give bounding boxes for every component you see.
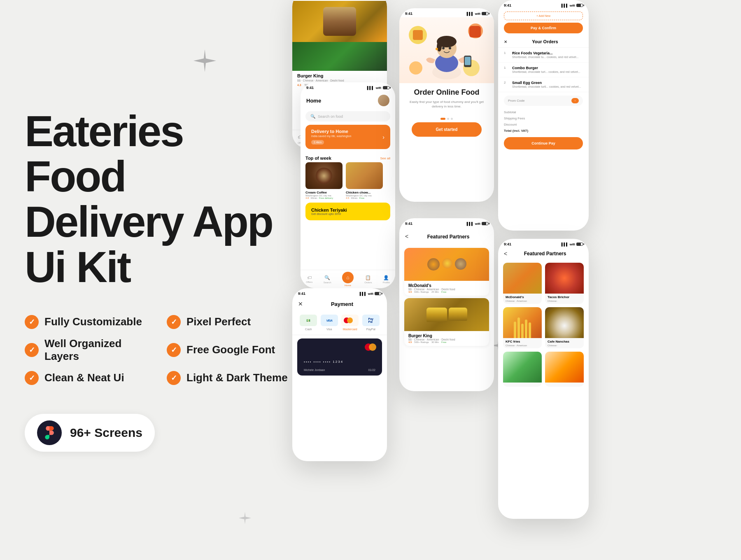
status-time-payment: 9:41 [298, 292, 305, 296]
order-details-2: Combo Burger Shortbread, chocolate turt.… [512, 66, 583, 74]
paypal-label: PayPal [366, 328, 375, 331]
rating-value: 4.3 [297, 84, 301, 86]
get-started-button[interactable]: Get started [412, 122, 482, 137]
fp-cafe-name: Cafe Nanchas [545, 338, 584, 344]
back-button-fp2[interactable]: < [504, 250, 507, 257]
offers-nav-icon: 🏷 [307, 275, 312, 280]
fp-kfc-meta: Chinese · American [503, 344, 542, 348]
bk-time: 30 Min [431, 341, 439, 343]
fp-card-cafe[interactable]: Cafe Nanchas Chinese · [545, 307, 584, 348]
food-card-noodles[interactable]: Chicken chow... Washington DC city ma 4.… [346, 162, 383, 199]
dot-1 [440, 118, 445, 120]
back-button-featured[interactable]: < [405, 233, 408, 240]
visa-method[interactable]: VISA Visa [321, 315, 338, 331]
featured-title: Featured Partners [408, 230, 488, 243]
delivery-banner-info: Delivery to Home India saved my life, wa… [311, 129, 351, 145]
add-new-button[interactable]: + Add New [504, 12, 583, 20]
svg-rect-5 [469, 26, 481, 37]
order-name-3: Small Egg Green [512, 81, 583, 85]
promo-code-input[interactable]: Prom Code › [504, 96, 583, 106]
delivery-illustration-svg [405, 19, 488, 82]
order-details-3: Small Egg Green Shortbread, chocolate tu… [512, 81, 583, 89]
promo-subtitle: Get discount upto 30%! [311, 212, 384, 215]
svg-rect-9 [465, 57, 471, 65]
mcdonalds-image [404, 248, 489, 281]
feature-label-1: Fully Customizable [44, 315, 142, 328]
fp-card-mcdonalds[interactable]: McDonald's Chinese · American [503, 263, 542, 304]
total-row: Total (incl. VAT) [498, 128, 589, 134]
screens-count: 96+ Screens [70, 426, 142, 440]
total-label: Total (incl. VAT) [504, 129, 528, 133]
promo-placeholder: Prom Code [508, 99, 571, 103]
status-bar-order: 9:41 ▌▌▌ wifi [399, 8, 494, 17]
fp-card-extra2[interactable] [545, 352, 584, 387]
svg-point-14 [449, 47, 451, 49]
feature-label-2: Pixel Perfect [186, 315, 251, 328]
mcdonalds-card[interactable]: McDonald's $$ · Chinese · American · Des… [404, 248, 489, 296]
promo-title: Chicken Teriyaki [311, 208, 384, 212]
card-holder-name: Michele Jordaan [304, 369, 325, 371]
phone-payment: 9:41 ▌▌▌ wifi ✕ Payment 💵 Cash VISA Visa [292, 288, 387, 461]
nav-profile-home[interactable]: 👤 Profile [383, 275, 390, 284]
tacos-fp-image [545, 263, 584, 294]
pay-confirm-button[interactable]: Pay & Confirm [504, 23, 583, 33]
burger-king-hero-image [292, 1, 387, 42]
discount-label: Discount [504, 123, 517, 126]
phone-order-online: 9:41 ▌▌▌ wifi [399, 8, 494, 202]
burger-king-partner-name: Burger King [408, 334, 485, 338]
close-payment[interactable]: ✕ [298, 301, 303, 307]
signal-payment: ▌▌▌ [360, 292, 367, 296]
mastercard-method[interactable]: Mastercard [341, 315, 359, 331]
cash-method[interactable]: 💵 Cash [300, 315, 317, 331]
food-card-coffee[interactable]: Cream Coffee Washington DC city ma 4.8 3… [305, 162, 343, 199]
cash-label: Cash [305, 328, 312, 331]
delivery-subtitle: India saved my life, washington [311, 135, 351, 138]
check-icon-4 [167, 343, 181, 357]
burger-king-card[interactable]: Burger King $$ · Chinese · American · De… [404, 298, 489, 346]
visa-label: Visa [326, 328, 332, 331]
promo-apply-btn[interactable]: › [571, 98, 579, 103]
mcdonalds-ratings-count: 600+ Ratings [414, 291, 429, 293]
continue-pay-button[interactable]: Continue Pay [504, 137, 583, 149]
status-time-order: 9:41 [405, 12, 412, 16]
battery-orders [576, 4, 583, 7]
check-icon-6 [167, 371, 181, 385]
featured-header-row: < Featured Partners [399, 227, 494, 245]
discount-row: Discount [498, 121, 589, 128]
fp-card-kfc[interactable]: KFC fries Chinese · American [503, 307, 542, 348]
bottom-nav-home[interactable]: 🏷 Offers 🔍 Search ⌂ Home 📋 Orders 👤 Prof… [301, 270, 395, 288]
close-orders[interactable]: ✕ [504, 40, 507, 44]
status-time-featured: 9:41 [405, 222, 412, 226]
paypal-icon: PayPal [362, 315, 380, 326]
mc-circle-orange [369, 343, 376, 351]
coffee-time: 30min [310, 197, 317, 199]
starbucks-image [292, 42, 387, 71]
fp-card-tacos[interactable]: Tacos Brichor Chinese · [545, 263, 584, 304]
promo-banner[interactable]: Chicken Teriyaki Get discount upto 30%! [305, 203, 390, 220]
status-bar-home: 9:41 ▌▌▌ wifi [301, 82, 395, 91]
home-icon-glyph: ⌂ [346, 275, 349, 280]
nav-orders-home[interactable]: 📋 Orders [364, 275, 372, 284]
signal-orders: ▌▌▌ [562, 4, 569, 7]
coffee-name: Cream Coffee [305, 191, 343, 194]
extra1-image [503, 352, 542, 383]
feature-label-6: Light & Dark Theme [186, 371, 288, 384]
see-all-link[interactable]: See all [380, 156, 390, 160]
paypal-method[interactable]: PayPal PayPal [362, 315, 380, 331]
delivery-banner[interactable]: Delivery to Home India saved my life, wa… [305, 125, 390, 149]
nav-offers-home[interactable]: 🏷 Offers [306, 275, 312, 283]
card-expiry-date: 01/22 [368, 369, 375, 371]
mastercard-label: Mastercard [343, 328, 357, 331]
wifi-home: wifi [376, 86, 381, 90]
fp-kfc-name: KFC fries [503, 338, 542, 344]
coffee-image [305, 162, 343, 189]
user-avatar[interactable] [378, 95, 389, 106]
burger-king-info: Burger King $$ · Chinese · American · De… [404, 331, 489, 346]
orders-nav-label: Orders [364, 281, 372, 284]
search-bar[interactable]: 🔍 Search on food [305, 111, 390, 121]
fp-card-extra1[interactable] [503, 352, 542, 387]
mcdonalds-delivery: Free [441, 291, 446, 293]
nav-search-home[interactable]: 🔍 Search [324, 275, 331, 284]
sparkle-decoration-3 [239, 512, 251, 527]
nav-home-btn[interactable]: ⌂ Home [342, 272, 354, 287]
